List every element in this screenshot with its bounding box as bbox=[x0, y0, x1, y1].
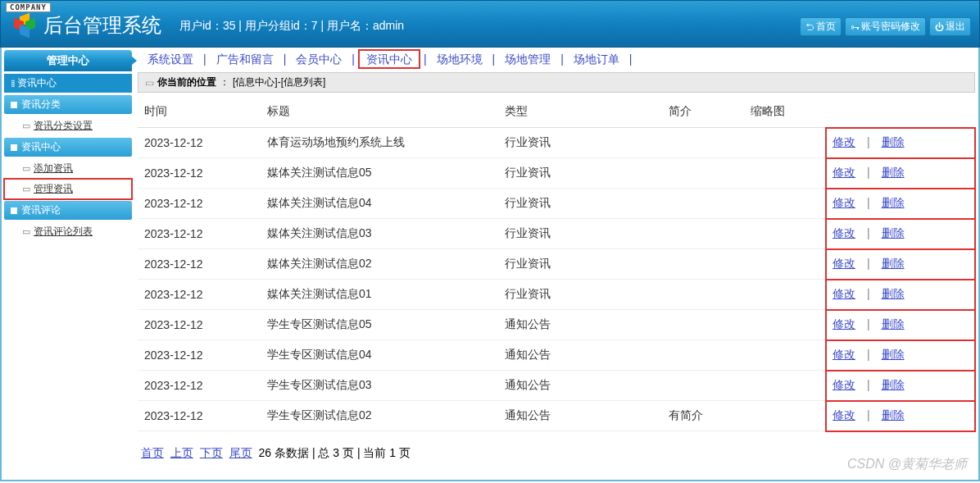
delete-link[interactable]: 删除 bbox=[882, 378, 905, 391]
column-header: 时间 bbox=[138, 96, 261, 128]
cell-type: 行业资讯 bbox=[498, 158, 662, 189]
cell-time: 2023-12-12 bbox=[138, 249, 261, 280]
sidebar-item-category-settings[interactable]: ▭资讯分类设置 bbox=[4, 116, 132, 136]
cell-thumb bbox=[744, 189, 826, 219]
cell-title: 媒体关注测试信息01 bbox=[261, 280, 498, 310]
cell-title: 学生专区测试信息03 bbox=[261, 371, 498, 401]
app-title: 后台管理系统 bbox=[43, 12, 161, 39]
home-button[interactable]: ⮌首页 bbox=[800, 17, 842, 36]
cell-actions: 修改|删除 bbox=[826, 249, 975, 280]
cell-actions: 修改|删除 bbox=[826, 371, 975, 401]
edit-link[interactable]: 修改 bbox=[833, 408, 855, 421]
cell-thumb bbox=[744, 340, 826, 371]
sidebar-item-comment-list[interactable]: ▭资讯评论列表 bbox=[4, 221, 132, 242]
cell-actions: 修改|删除 bbox=[826, 158, 975, 189]
topnav-item[interactable]: 广告和留言 bbox=[211, 51, 279, 67]
edit-link[interactable]: 修改 bbox=[833, 135, 855, 148]
topnav-item[interactable]: 场地环境 bbox=[432, 51, 488, 67]
user-info: 用户id：35 | 用户分组id：7 | 用户名：admin bbox=[161, 1, 404, 34]
topnav-item[interactable]: 会员中心 bbox=[291, 51, 347, 67]
app-header: COMPANY 后台管理系统 用户id：35 | 用户分组id：7 | 用户名：… bbox=[0, 0, 980, 48]
column-header: 标题 bbox=[261, 96, 498, 128]
cell-time: 2023-12-12 bbox=[138, 310, 261, 340]
cell-time: 2023-12-12 bbox=[138, 371, 261, 401]
topnav-item[interactable]: 场地订单 bbox=[569, 51, 624, 67]
page-next[interactable]: 下页 bbox=[200, 446, 223, 459]
power-icon: ⏻ bbox=[935, 22, 944, 32]
delete-link[interactable]: 删除 bbox=[882, 408, 905, 421]
sidebar-main-header[interactable]: 管理中心 bbox=[4, 50, 132, 71]
logo-icon bbox=[14, 15, 35, 36]
column-header bbox=[826, 96, 975, 128]
square-icon bbox=[11, 102, 17, 108]
edit-link[interactable]: 修改 bbox=[833, 196, 855, 209]
page-icon: ▭ bbox=[22, 184, 30, 194]
cell-title: 学生专区测试信息02 bbox=[261, 401, 498, 431]
top-nav: 系统设置|广告和留言|会员中心|资讯中心|场地环境|场地管理|场地订单| bbox=[134, 48, 978, 72]
cell-type: 通知公告 bbox=[498, 340, 662, 371]
cell-actions: 修改|删除 bbox=[826, 219, 975, 249]
logout-button[interactable]: ⏻退出 bbox=[929, 17, 971, 36]
cell-actions: 修改|删除 bbox=[826, 401, 975, 431]
dots-icon: ⁞⁞ bbox=[11, 78, 14, 89]
delete-link[interactable]: 删除 bbox=[882, 317, 905, 330]
table-row: 2023-12-12媒体关注测试信息02行业资讯修改|删除 bbox=[138, 249, 975, 280]
cell-actions: 修改|删除 bbox=[826, 128, 975, 158]
cell-type: 行业资讯 bbox=[498, 249, 662, 280]
edit-link[interactable]: 修改 bbox=[833, 348, 855, 361]
sidebar-section-category[interactable]: 资讯分类 bbox=[4, 95, 132, 114]
sidebar-item-manage-news[interactable]: ▭管理资讯 bbox=[4, 179, 132, 199]
cell-title: 学生专区测试信息04 bbox=[261, 340, 498, 371]
sidebar-section-news[interactable]: 资讯中心 bbox=[4, 138, 132, 157]
cell-type: 行业资讯 bbox=[498, 280, 662, 310]
edit-link[interactable]: 修改 bbox=[833, 257, 855, 270]
edit-link[interactable]: 修改 bbox=[833, 378, 855, 391]
sidebar-subtitle: ⁞⁞资讯中心 bbox=[4, 74, 132, 93]
cell-intro bbox=[662, 158, 744, 189]
delete-link[interactable]: 删除 bbox=[882, 226, 905, 239]
table-row: 2023-12-12体育运动场地预约系统上线行业资讯修改|删除 bbox=[138, 128, 975, 158]
cell-actions: 修改|删除 bbox=[826, 310, 975, 340]
cell-thumb bbox=[744, 158, 826, 189]
delete-link[interactable]: 删除 bbox=[882, 135, 905, 148]
column-header: 简介 bbox=[662, 96, 744, 128]
delete-link[interactable]: 删除 bbox=[882, 287, 905, 300]
topnav-item[interactable]: 系统设置 bbox=[143, 51, 198, 67]
cell-intro bbox=[662, 249, 744, 280]
cell-thumb bbox=[744, 310, 826, 340]
cell-intro bbox=[662, 128, 744, 158]
topnav-item[interactable]: 资讯中心 bbox=[360, 51, 419, 67]
edit-link[interactable]: 修改 bbox=[833, 226, 855, 239]
cell-thumb bbox=[744, 219, 826, 249]
cell-title: 媒体关注测试信息05 bbox=[261, 158, 498, 189]
delete-link[interactable]: 删除 bbox=[882, 196, 905, 209]
cell-title: 体育运动场地预约系统上线 bbox=[261, 128, 498, 158]
page-info: 26 条数据 | 总 3 页 | 当前 1 页 bbox=[259, 446, 411, 459]
sidebar-section-comments[interactable]: 资讯评论 bbox=[4, 201, 132, 220]
cell-time: 2023-12-12 bbox=[138, 158, 261, 189]
topnav-item[interactable]: 场地管理 bbox=[500, 51, 556, 67]
cell-title: 学生专区测试信息05 bbox=[261, 310, 498, 340]
cell-intro bbox=[662, 219, 744, 249]
delete-link[interactable]: 删除 bbox=[882, 348, 905, 361]
table-row: 2023-12-12媒体关注测试信息04行业资讯修改|删除 bbox=[138, 189, 975, 219]
cell-title: 媒体关注测试信息02 bbox=[261, 249, 498, 280]
edit-link[interactable]: 修改 bbox=[833, 317, 855, 330]
sidebar-item-add-news[interactable]: ▭添加资讯 bbox=[4, 158, 132, 179]
password-button[interactable]: 🗝账号密码修改 bbox=[845, 17, 926, 36]
cell-thumb bbox=[744, 128, 826, 158]
delete-link[interactable]: 删除 bbox=[882, 257, 905, 270]
breadcrumb-path: [信息中心]-[信息列表] bbox=[233, 75, 325, 89]
cell-type: 通知公告 bbox=[498, 310, 662, 340]
edit-link[interactable]: 修改 bbox=[833, 287, 855, 300]
table-row: 2023-12-12媒体关注测试信息01行业资讯修改|删除 bbox=[138, 280, 975, 310]
delete-link[interactable]: 删除 bbox=[882, 166, 905, 179]
cell-thumb bbox=[744, 371, 826, 401]
home-icon: ⮌ bbox=[805, 22, 814, 32]
page-prev[interactable]: 上页 bbox=[170, 446, 193, 459]
cell-time: 2023-12-12 bbox=[138, 128, 261, 158]
edit-link[interactable]: 修改 bbox=[833, 166, 855, 179]
breadcrumb: ▭ 你当前的位置 ： [信息中心]-[信息列表] bbox=[138, 72, 975, 93]
page-last[interactable]: 尾页 bbox=[229, 446, 252, 459]
page-first[interactable]: 首页 bbox=[141, 446, 164, 459]
